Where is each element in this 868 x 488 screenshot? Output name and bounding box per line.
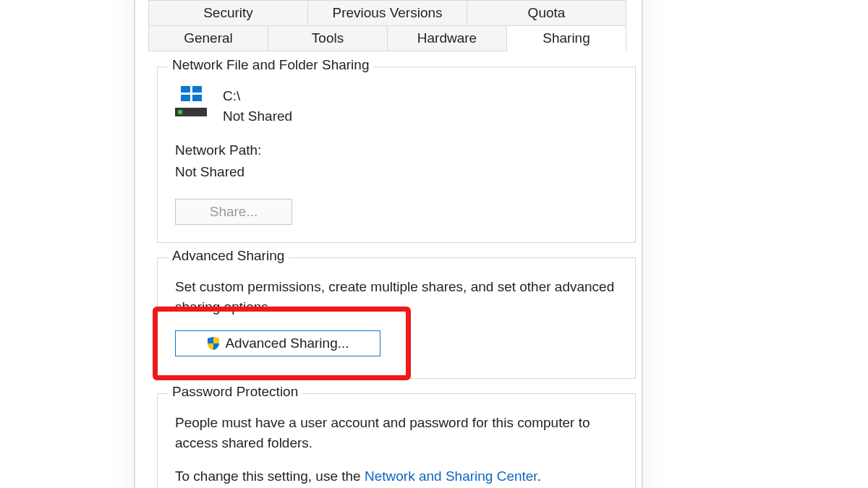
- group-legend-password-protection: Password Protection: [168, 384, 302, 400]
- share-button[interactable]: Share...: [175, 199, 292, 225]
- tab-security[interactable]: Security: [148, 0, 308, 26]
- tab-strip: Security Previous Versions Quota General…: [148, 0, 633, 51]
- tab-previous-versions[interactable]: Previous Versions: [307, 0, 467, 26]
- share-button-label: Share...: [210, 204, 258, 220]
- tab-tools[interactable]: Tools: [268, 25, 388, 51]
- group-legend-advanced-sharing: Advanced Sharing: [168, 248, 289, 264]
- shield-icon: [206, 336, 221, 351]
- network-sharing-center-link[interactable]: Network and Sharing Center: [365, 468, 537, 484]
- drive-label: C:\: [223, 86, 292, 106]
- advanced-sharing-description: Set custom permissions, create multiple …: [175, 277, 618, 317]
- group-network-sharing: Network File and Folder Sharing C:\ Not …: [157, 67, 636, 243]
- tab-quota[interactable]: Quota: [467, 0, 626, 26]
- network-path-value: Not Shared: [175, 161, 618, 183]
- group-legend-network-sharing: Network File and Folder Sharing: [168, 57, 373, 73]
- advanced-sharing-button[interactable]: Advanced Sharing...: [175, 330, 380, 356]
- password-change-suffix: .: [537, 468, 541, 484]
- tab-hardware[interactable]: Hardware: [387, 25, 507, 51]
- group-advanced-sharing: Advanced Sharing Set custom permissions,…: [157, 257, 636, 379]
- drive-icon: [175, 86, 207, 118]
- tab-general[interactable]: General: [148, 25, 268, 51]
- password-change-prefix: To change this setting, use the: [175, 468, 365, 484]
- password-protection-description: People must have a user account and pass…: [175, 413, 618, 453]
- network-path-label: Network Path:: [175, 140, 618, 161]
- drive-status: Not Shared: [223, 106, 292, 127]
- advanced-sharing-button-label: Advanced Sharing...: [225, 335, 349, 351]
- group-password-protection: Password Protection People must have a u…: [157, 393, 636, 488]
- tab-sharing[interactable]: Sharing: [506, 25, 626, 51]
